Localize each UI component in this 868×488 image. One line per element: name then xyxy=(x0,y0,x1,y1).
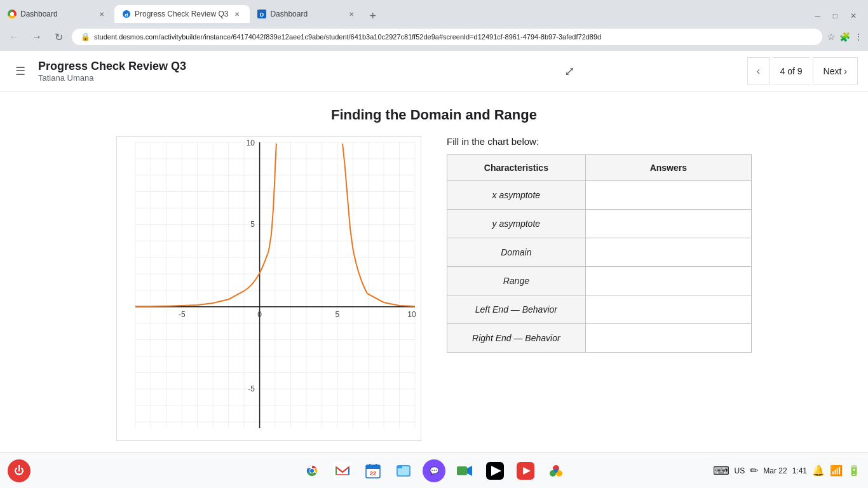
table-row: Range xyxy=(447,267,752,295)
taskbar-locale: US xyxy=(735,466,745,475)
svg-text:d: d xyxy=(125,12,128,18)
bookmark-icon[interactable]: ☆ xyxy=(827,32,836,42)
tab-icon-3: D xyxy=(257,10,266,18)
prev-page-button[interactable]: ‹ xyxy=(747,57,770,85)
answer-cell-1[interactable] xyxy=(585,210,751,238)
answer-cell-5[interactable] xyxy=(585,324,751,353)
answer-cell-4[interactable] xyxy=(585,295,751,324)
svg-marker-66 xyxy=(467,466,472,476)
taskbar-gmail-icon[interactable] xyxy=(331,459,354,482)
graph-container: -5 0 5 10 10 5 -5 xyxy=(116,136,421,441)
tab-close-1[interactable]: ✕ xyxy=(97,10,107,19)
taskbar-keyboard-icon[interactable]: ⌨ xyxy=(713,464,729,478)
more-menu-button[interactable]: ⋮ xyxy=(854,32,863,42)
svg-text:5: 5 xyxy=(335,310,339,319)
answer-cell-0[interactable] xyxy=(585,181,751,210)
taskbar-calendar-icon[interactable]: 22 xyxy=(362,459,384,482)
lock-icon: 🔒 xyxy=(81,32,90,41)
table-row: Right End — Behavior xyxy=(447,324,752,353)
taskbar-meet-icon[interactable] xyxy=(453,459,476,482)
extensions-icon[interactable]: 🧩 xyxy=(839,32,850,42)
main-content: Finding the Domain and Range xyxy=(0,92,868,452)
svg-text:0: 0 xyxy=(257,310,262,319)
taskbar-left: ⏻ xyxy=(8,459,31,482)
tab-close-2[interactable]: ✕ xyxy=(232,10,242,19)
characteristics-table: Characteristics Answers x asymptote y as… xyxy=(447,154,752,353)
tab-icon-2: d xyxy=(122,10,131,18)
svg-rect-56 xyxy=(366,465,380,469)
minimize-button[interactable]: ─ xyxy=(808,9,827,23)
taskbar-chrome-icon[interactable] xyxy=(301,459,323,482)
app-header: ☰ Progress Check Review Q3 Tatiana Umana… xyxy=(0,51,868,92)
right-panel: Fill in the chart below: Characteristics… xyxy=(447,136,752,353)
col-answers: Answers xyxy=(585,155,751,181)
taskbar-time: 1:41 xyxy=(792,466,807,475)
url-text: student.desmos.com/activitybuilder/insta… xyxy=(94,33,813,41)
svg-point-53 xyxy=(310,469,314,473)
answer-input-3[interactable] xyxy=(596,274,741,287)
next-chevron-icon: › xyxy=(844,66,847,76)
browser-tab-2[interactable]: d Progress Check Review Q3 ✕ xyxy=(114,5,250,23)
svg-text:22: 22 xyxy=(370,470,376,477)
taskbar-date: Mar 22 xyxy=(763,466,787,475)
forward-button[interactable]: → xyxy=(28,29,46,45)
taskbar-right: ⌨ US ✏ Mar 22 1:41 🔔 📶 🔋 xyxy=(713,464,860,478)
svg-rect-62 xyxy=(397,466,410,476)
fill-instruction: Fill in the chart below: xyxy=(447,136,752,147)
activity-title: Progress Check Review Q3 xyxy=(38,60,393,73)
answer-cell-2[interactable] xyxy=(585,238,751,267)
fullscreen-button[interactable]: ⤢ xyxy=(564,64,575,79)
maximize-button[interactable]: □ xyxy=(827,9,844,23)
tab-label-1: Dashboard xyxy=(20,10,93,18)
reload-button[interactable]: ↻ xyxy=(51,29,67,46)
answer-input-4[interactable] xyxy=(596,303,741,316)
next-page-button[interactable]: Next › xyxy=(813,57,858,85)
answer-input-0[interactable] xyxy=(596,189,741,201)
col-characteristics: Characteristics xyxy=(447,155,586,181)
table-row: Domain xyxy=(447,238,752,267)
answer-input-2[interactable] xyxy=(596,246,741,259)
tab-label-2: Progress Check Review Q3 xyxy=(135,10,228,18)
svg-text:-5: -5 xyxy=(248,384,255,393)
next-label: Next xyxy=(824,66,842,76)
header-center: ⤢ xyxy=(393,64,747,79)
taskbar-pen-icon[interactable]: ✏ xyxy=(750,464,758,477)
characteristic-cell-4: Left End — Behavior xyxy=(447,295,586,324)
taskbar-messages-icon[interactable]: 💬 xyxy=(423,459,445,482)
browser-tab-3[interactable]: D Dashboard ✕ xyxy=(250,5,364,23)
student-name: Tatiana Umana xyxy=(38,73,393,83)
new-tab-button[interactable]: + xyxy=(364,10,381,23)
taskbar-files-icon[interactable] xyxy=(392,459,415,482)
answer-input-1[interactable] xyxy=(596,217,741,230)
svg-rect-4 xyxy=(116,136,421,441)
taskbar-photos-icon[interactable] xyxy=(545,459,567,482)
svg-text:💬: 💬 xyxy=(430,466,439,475)
svg-rect-65 xyxy=(457,466,467,475)
tab-icon-1 xyxy=(8,10,17,18)
table-row: x asymptote xyxy=(447,181,752,210)
table-row: Left End — Behavior xyxy=(447,295,752,324)
taskbar-volume-icon[interactable]: 🔔 xyxy=(812,464,825,477)
svg-text:-5: -5 xyxy=(179,310,186,319)
address-bar[interactable]: 🔒 student.desmos.com/activitybuilder/ins… xyxy=(72,29,822,45)
svg-text:D: D xyxy=(260,11,264,18)
content-row: -5 0 5 10 10 5 -5 xyxy=(20,136,848,441)
svg-point-74 xyxy=(554,469,558,473)
menu-button[interactable]: ☰ xyxy=(10,59,31,83)
svg-text:10: 10 xyxy=(247,139,255,147)
taskbar-battery-icon[interactable]: 🔋 xyxy=(848,464,860,477)
answer-cell-3[interactable] xyxy=(585,267,751,295)
answer-input-5[interactable] xyxy=(596,332,741,344)
taskbar-wifi-icon[interactable]: 📶 xyxy=(830,464,843,477)
taskbar-power-icon[interactable]: ⏻ xyxy=(8,459,31,482)
tab-close-3[interactable]: ✕ xyxy=(346,10,356,19)
browser-tab-1[interactable]: Dashboard ✕ xyxy=(0,5,114,23)
close-window-button[interactable]: ✕ xyxy=(844,9,863,23)
characteristic-cell-2: Domain xyxy=(447,238,586,267)
page-navigation: ‹ 4 of 9 Next › xyxy=(747,57,858,85)
svg-text:10: 10 xyxy=(407,310,416,319)
taskbar: ⏻ 22 xyxy=(0,452,868,488)
taskbar-youtube-icon[interactable] xyxy=(514,459,537,482)
taskbar-play-icon[interactable] xyxy=(484,459,506,482)
back-button[interactable]: ← xyxy=(5,29,23,45)
